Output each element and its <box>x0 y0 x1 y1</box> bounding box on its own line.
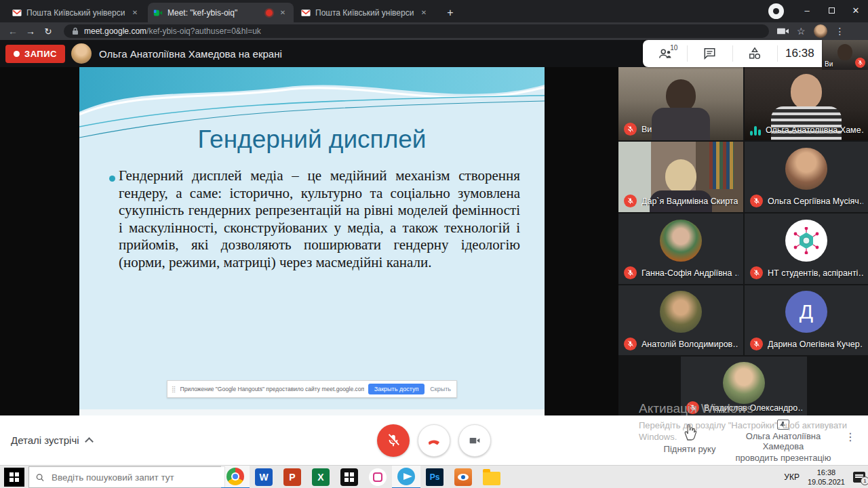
more-options-icon[interactable] <box>845 430 856 443</box>
participant-name: Анатолій Володимиров… <box>642 340 738 349</box>
search-icon <box>36 473 44 482</box>
camera-icon <box>467 433 482 448</box>
participant-tile[interactable]: Д Дарина Олегівна Кучер… <box>745 285 868 355</box>
camera-permission-icon[interactable] <box>777 27 789 35</box>
taskbar-word[interactable]: W <box>250 466 278 488</box>
telegram-icon <box>397 468 415 485</box>
taskbar-clock[interactable]: 16:38 19.05.2021 <box>808 468 845 487</box>
hang-up-button[interactable] <box>418 424 450 457</box>
taskbar-photo-viewer[interactable] <box>449 466 477 488</box>
lock-icon <box>72 27 79 35</box>
participant-avatar <box>723 362 765 404</box>
start-button[interactable] <box>4 468 24 487</box>
activities-button[interactable] <box>733 40 777 67</box>
back-button[interactable] <box>4 24 22 39</box>
taskbar-time: 16:38 <box>808 468 845 477</box>
windows-activation-watermark: Активація Windows <box>639 401 753 416</box>
presenter-avatar <box>71 43 92 64</box>
taskbar-date: 19.05.2021 <box>808 477 845 487</box>
taskbar-search[interactable] <box>28 466 225 488</box>
chat-button[interactable] <box>688 40 732 67</box>
taskbar-excel[interactable]: X <box>307 466 335 488</box>
windows-activation-watermark: Windows. <box>639 432 677 442</box>
recording-badge: ЗАПИС <box>5 45 65 63</box>
browser-tab-strip: Пошта Київський університет і Meet: "kef… <box>0 0 868 22</box>
hang-up-icon <box>426 432 442 449</box>
url-field[interactable]: meet.google.com/kef-ybis-oiq?authuser=0&… <box>64 24 769 38</box>
mic-muted-icon <box>750 266 763 279</box>
language-indicator[interactable]: УКР <box>784 472 800 482</box>
forward-button[interactable] <box>22 24 39 39</box>
hide-notice-link[interactable]: Скрыть <box>430 386 451 392</box>
bullet-icon <box>109 176 115 182</box>
powerpoint-icon: P <box>283 468 301 486</box>
participant-name: Ганна-Софія Андріївна … <box>642 268 738 278</box>
meeting-clock: 16:38 <box>785 47 814 60</box>
tab-mail-2[interactable]: Пошта Київський університет і <box>296 3 435 22</box>
taskbar-chrome[interactable] <box>221 466 250 488</box>
taskbar-instagram[interactable] <box>363 466 392 488</box>
person-silhouette <box>666 79 696 112</box>
participant-tile[interactable]: Ольга Сергіївна Мусіяч… <box>745 142 868 212</box>
reload-button[interactable] <box>39 24 57 39</box>
society-logo-icon <box>793 227 820 254</box>
new-tab-button[interactable] <box>442 5 458 21</box>
mic-muted-icon <box>624 195 637 207</box>
taskbar-photoshop[interactable]: Ps <box>420 466 449 488</box>
participant-tile[interactable]: Дар`я Вадимівна Скирта <box>618 142 743 212</box>
chevron-up-icon <box>85 437 94 446</box>
raise-hand-label: Підняти руку <box>664 444 716 454</box>
presenter-status-text: проводить презентацію <box>736 453 831 463</box>
media-control-button[interactable] <box>768 3 784 19</box>
search-input[interactable] <box>50 472 218 483</box>
taskbar-telegram[interactable] <box>392 466 420 488</box>
browser-menu-icon[interactable] <box>835 25 845 37</box>
person-silhouette <box>665 159 696 193</box>
self-view-thumbnail[interactable]: Ви <box>822 40 868 70</box>
stop-sharing-button[interactable]: Закрыть доступ <box>368 384 425 394</box>
windows-activation-watermark: Перейдіть до розділу "Настройки", щоб ак… <box>639 420 847 430</box>
tab-mail-1[interactable]: Пошта Київський університет і <box>7 3 146 22</box>
mic-toggle-button[interactable] <box>377 424 410 457</box>
profile-avatar[interactable] <box>814 24 827 38</box>
participant-tile[interactable]: НТ студентів, аспіранті… <box>745 214 868 284</box>
taskbar-powerpoint[interactable]: P <box>278 466 307 488</box>
participants-panel: Ви Ольга Анатоліївна Хаме… Дар`я Вадимів… <box>618 67 868 415</box>
windows-taskbar: W P X Ps УКР 16:38 19.05.2021 1 <box>0 465 868 488</box>
window-maximize-button[interactable] <box>819 0 844 20</box>
photoshop-icon: Ps <box>426 468 443 486</box>
camera-toggle-button[interactable] <box>458 424 491 457</box>
participant-tile-self[interactable]: Ви <box>618 67 743 140</box>
window-close-button[interactable] <box>844 0 868 20</box>
meeting-details-button[interactable]: Деталі зустрічі <box>11 434 92 446</box>
bookshelf-decor <box>709 142 734 189</box>
tab-recording-indicator-icon <box>266 9 273 16</box>
mic-muted-icon <box>750 338 763 350</box>
shared-slide: Гендерний дисплей Гендерний дисплей меді… <box>79 67 545 415</box>
mic-muted-icon <box>624 338 637 350</box>
tab-close-icon[interactable] <box>277 7 288 18</box>
notification-center-icon[interactable]: 1 <box>853 472 865 483</box>
notice-text: Приложение "Google Hangouts" предоставил… <box>180 386 364 392</box>
gmail-icon <box>12 8 22 18</box>
chrome-icon <box>226 468 244 485</box>
taskbar-file-explorer[interactable] <box>477 466 506 488</box>
recording-label: ЗАПИС <box>24 49 57 59</box>
tab-meet[interactable]: Meet: "kef-ybis-oiq" <box>148 3 294 22</box>
participant-tile[interactable]: Ганна-Софія Андріївна … <box>618 214 743 284</box>
participant-name: Дарина Олегівна Кучер… <box>768 340 863 349</box>
excel-icon: X <box>312 468 330 486</box>
participant-tile[interactable]: Анатолій Володимиров… <box>618 285 743 355</box>
meeting-details-label: Деталі зустрічі <box>11 434 79 446</box>
participants-button[interactable]: 10 <box>643 40 687 67</box>
taskbar-store[interactable] <box>335 466 363 488</box>
window-minimize-button[interactable] <box>795 0 819 20</box>
slide-body-text: Гендерний дисплей медіа – це медійний ме… <box>119 167 520 271</box>
mic-muted-icon <box>624 266 637 279</box>
bookmark-star-icon[interactable] <box>797 25 806 37</box>
tab-close-icon[interactable] <box>418 7 429 18</box>
word-icon: W <box>255 468 273 486</box>
tab-close-icon[interactable] <box>130 7 140 18</box>
participant-tile[interactable]: Ольга Анатоліївна Хаме… <box>745 67 868 140</box>
slide-bottom-margin <box>79 409 545 415</box>
